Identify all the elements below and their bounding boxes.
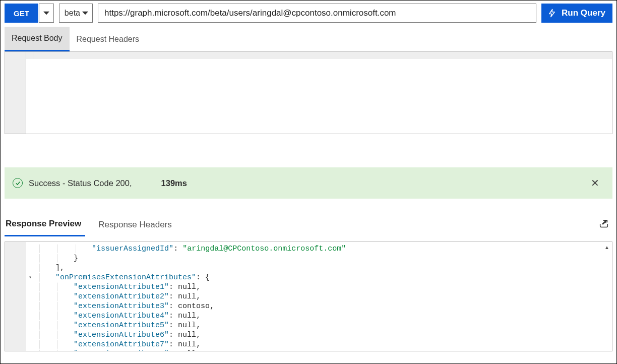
tab-response-headers[interactable]: Response Headers xyxy=(97,214,176,236)
share-button[interactable] xyxy=(595,215,612,234)
query-toolbar: GET beta Run Query xyxy=(5,4,612,23)
run-query-label: Run Query xyxy=(562,8,605,18)
http-method-dropdown-toggle[interactable] xyxy=(39,4,54,23)
chevron-down-icon xyxy=(82,11,88,15)
status-text: Success - Status Code 200, xyxy=(29,178,132,188)
status-close-button[interactable]: ✕ xyxy=(589,175,601,191)
status-banner: Success - Status Code 200, 139ms ✕ xyxy=(5,167,612,199)
response-tabs: Response Preview Response Headers xyxy=(5,213,612,236)
success-check-icon xyxy=(13,178,23,188)
tab-request-body[interactable]: Request Body xyxy=(5,27,70,51)
status-time: 139ms xyxy=(161,178,187,188)
response-code-view[interactable]: │ │ │ "issuerAssignedId": "aringdal@CPCo… xyxy=(26,242,612,351)
editor-line-gutter xyxy=(5,52,26,134)
tab-response-preview[interactable]: Response Preview xyxy=(5,213,85,236)
api-version-select[interactable]: beta xyxy=(59,4,93,23)
chevron-down-icon xyxy=(43,11,49,15)
response-body-panel: │ │ │ "issuerAssignedId": "aringdal@CPCo… xyxy=(5,241,612,351)
http-method-combo: GET xyxy=(5,4,54,23)
tab-request-headers[interactable]: Request Headers xyxy=(70,27,147,51)
lightning-icon xyxy=(547,9,557,18)
run-query-button[interactable]: Run Query xyxy=(541,4,612,23)
response-line-gutter xyxy=(5,242,26,351)
http-method-button[interactable]: GET xyxy=(5,4,39,23)
request-tabs: Request Body Request Headers xyxy=(5,26,612,51)
share-icon xyxy=(598,218,609,229)
api-version-label: beta xyxy=(65,9,80,18)
close-icon: ✕ xyxy=(591,177,599,189)
scroll-up-arrow-icon[interactable]: ▲ xyxy=(603,244,610,251)
request-body-editor[interactable] xyxy=(5,51,612,134)
request-url-input[interactable] xyxy=(98,4,536,23)
